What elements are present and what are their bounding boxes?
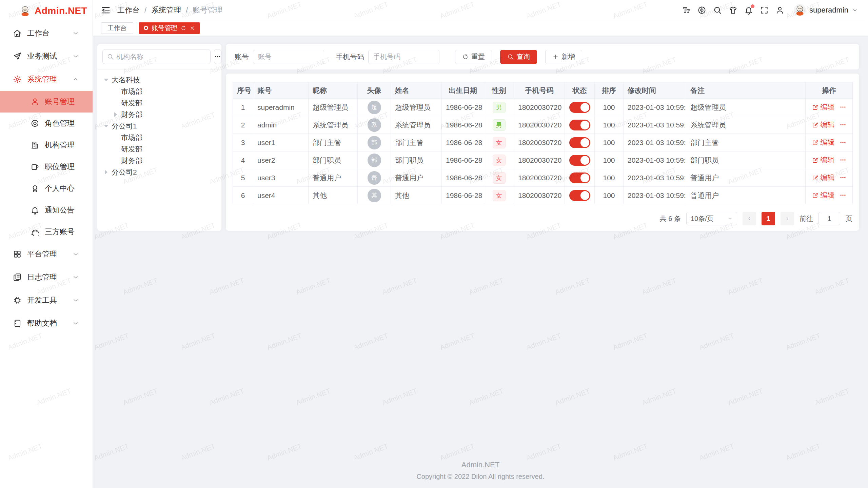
notification-bell-icon[interactable]: [744, 6, 753, 15]
breadcrumb-item[interactable]: 工作台: [117, 5, 140, 15]
row-more-button[interactable]: [840, 121, 846, 128]
sidebar-item-org-mgmt[interactable]: 机构管理: [0, 134, 93, 156]
edit-button[interactable]: 编辑: [812, 190, 835, 200]
user-menu[interactable]: superadmin: [794, 4, 858, 16]
row-more-button[interactable]: [840, 192, 846, 199]
profile-icon[interactable]: [775, 6, 784, 15]
caret-placeholder: [112, 146, 119, 152]
caret-placeholder: [112, 134, 119, 141]
tree-node[interactable]: 市场部: [101, 132, 218, 143]
status-toggle[interactable]: [569, 120, 590, 130]
row-avatar: 部: [368, 136, 381, 149]
tree-caret-icon[interactable]: [112, 111, 119, 118]
main-area: 工作台/系统管理/账号管理 superadmin 工作台账号管理 大名科技市场部…: [93, 0, 868, 488]
reset-button-label: 重置: [471, 52, 485, 61]
edit-button[interactable]: 编辑: [812, 173, 835, 182]
sidebar-item-business-test[interactable]: 业务测试: [0, 45, 93, 68]
row-avatar: 部: [368, 154, 381, 167]
fullscreen-icon[interactable]: [760, 6, 769, 15]
next-page-button[interactable]: [781, 212, 794, 225]
tab-workbench[interactable]: 工作台: [101, 22, 133, 34]
cell-account: user3: [253, 169, 309, 187]
search-icon[interactable]: [713, 6, 722, 15]
sidebar-item-third-party-account[interactable]: 三方账号: [0, 221, 93, 243]
tree-node[interactable]: 研发部: [101, 97, 218, 109]
sidebar-item-role-mgmt[interactable]: 角色管理: [0, 113, 93, 134]
sidebar-item-log-mgmt[interactable]: 日志管理: [0, 266, 93, 289]
row-avatar: 超: [368, 101, 381, 114]
query-button[interactable]: 查询: [500, 50, 537, 64]
close-icon[interactable]: [190, 25, 195, 31]
tree-node[interactable]: 大名科技: [101, 74, 218, 86]
tree-node[interactable]: 市场部: [101, 86, 218, 97]
column-header-status: 状态: [565, 82, 595, 99]
edit-button[interactable]: 编辑: [812, 120, 835, 129]
page-size-select[interactable]: 10条/页: [686, 212, 737, 225]
account-label: 账号: [235, 52, 249, 62]
refresh-tab-icon[interactable]: [181, 25, 186, 31]
tab-account-mgmt[interactable]: 账号管理: [139, 22, 200, 34]
status-toggle[interactable]: [569, 102, 590, 113]
phone-input[interactable]: [368, 50, 439, 64]
status-toggle[interactable]: [569, 137, 590, 148]
tree-node[interactable]: 财务部: [101, 109, 218, 120]
tree-node[interactable]: 分公司1: [101, 120, 218, 132]
logo-monk-icon: [19, 5, 31, 17]
tree-node-label: 研发部: [121, 98, 142, 108]
search-icon: [507, 54, 514, 60]
reset-button[interactable]: 重置: [455, 50, 492, 64]
sidebar-item-workbench[interactable]: 工作台: [0, 22, 93, 45]
tree-node[interactable]: 研发部: [101, 143, 218, 155]
status-toggle[interactable]: [569, 155, 590, 166]
sidebar-item-system-mgmt[interactable]: 系统管理: [0, 68, 93, 91]
sidebar: Admin.NET 工作台业务测试系统管理账号管理角色管理机构管理职位管理个人中…: [0, 0, 93, 488]
theme-icon[interactable]: [729, 6, 737, 15]
sidebar-item-label: 系统管理: [27, 74, 57, 84]
sidebar-item-personal-center[interactable]: 个人中心: [0, 178, 93, 199]
breadcrumb-item[interactable]: 系统管理: [151, 5, 181, 15]
logo-text: Admin.NET: [35, 5, 87, 16]
sidebar-item-account-mgmt[interactable]: 账号管理: [0, 91, 93, 113]
sidebar-item-platform-mgmt[interactable]: 平台管理: [0, 243, 93, 266]
column-header-modified: 修改时间: [624, 82, 686, 99]
cell-remark: 普通用户: [686, 187, 806, 204]
cell-gender: 女: [484, 151, 514, 169]
sidebar-item-position-mgmt[interactable]: 职位管理: [0, 156, 93, 178]
user-name: superadmin: [809, 6, 848, 15]
cell-name: 部门主管: [391, 134, 442, 151]
cell-gender: 女: [484, 187, 514, 204]
collapse-menu-icon[interactable]: [101, 5, 111, 15]
org-more-button[interactable]: [214, 49, 221, 64]
sidebar-item-help-docs[interactable]: 帮助文档: [0, 312, 93, 335]
column-header-name: 姓名: [391, 82, 442, 99]
page-number-button[interactable]: 1: [762, 212, 775, 225]
tree-caret-icon[interactable]: [103, 77, 110, 83]
org-search-input[interactable]: [116, 53, 206, 61]
sidebar-item-dev-tools[interactable]: 开发工具: [0, 289, 93, 312]
row-more-button[interactable]: [840, 139, 846, 146]
font-size-icon[interactable]: [682, 6, 691, 15]
prev-page-button[interactable]: [743, 212, 756, 225]
tree-caret-icon[interactable]: [103, 123, 110, 129]
sidebar-item-notice[interactable]: 通知公告: [0, 199, 93, 221]
tree-node[interactable]: 财务部: [101, 155, 218, 166]
account-input[interactable]: [253, 50, 324, 64]
status-toggle[interactable]: [569, 172, 590, 183]
edit-button[interactable]: 编辑: [812, 155, 835, 165]
tree-node-label: 市场部: [121, 133, 142, 142]
edit-button[interactable]: 编辑: [812, 102, 835, 112]
edit-button[interactable]: 编辑: [812, 138, 835, 147]
ellipsis-icon: [840, 192, 846, 199]
row-more-button[interactable]: [840, 104, 846, 110]
tree-node[interactable]: 分公司2: [101, 166, 218, 178]
status-toggle[interactable]: [569, 190, 590, 201]
row-more-button[interactable]: [840, 174, 846, 181]
goto-page-input[interactable]: [818, 212, 840, 225]
row-actions: 编辑: [812, 102, 846, 112]
language-icon[interactable]: [697, 6, 706, 15]
tree-caret-icon[interactable]: [103, 169, 110, 176]
sidebar-item-label: 业务测试: [27, 51, 57, 61]
add-button[interactable]: 新增: [545, 50, 582, 64]
org-tree: 大名科技市场部研发部财务部分公司1市场部研发部财务部分公司2: [97, 69, 221, 183]
row-more-button[interactable]: [840, 157, 846, 163]
